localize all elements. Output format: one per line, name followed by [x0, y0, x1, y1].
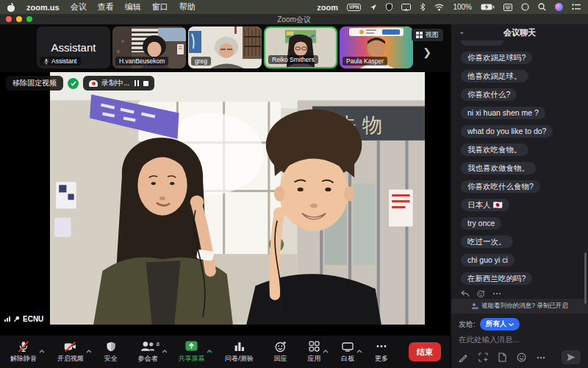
view-button-label: 视图	[426, 30, 439, 40]
apps-button[interactable]: 应用	[307, 340, 320, 364]
compose-more-icon[interactable]	[537, 356, 545, 359]
stop-recording-button[interactable]	[143, 81, 148, 86]
file-icon[interactable]	[498, 353, 506, 362]
message-more-icon[interactable]	[492, 292, 501, 295]
chat-message: 你喜欢吃什么食物?	[461, 180, 540, 193]
mic-options-chevron[interactable]	[39, 343, 45, 356]
control-center-icon[interactable]	[572, 4, 581, 10]
end-meeting-button[interactable]: 结束	[409, 342, 441, 361]
zoom-app-name[interactable]: zoom	[317, 3, 338, 12]
whiteboard-button[interactable]: 白板	[341, 340, 354, 364]
participant-strip: Assistant Assistant	[0, 24, 450, 72]
chat-message-clipped	[461, 40, 503, 46]
view-button[interactable]: 视图	[412, 29, 443, 41]
whiteboard-options-chevron[interactable]	[356, 343, 362, 356]
apple-menu-icon[interactable]	[7, 3, 15, 12]
participant-name-label: Reiko Smithers	[272, 56, 315, 63]
participant-tile-paula-kasper[interactable]: Paula Kasper	[340, 26, 413, 68]
screenshot-icon[interactable]	[478, 353, 488, 362]
chat-message: chi guo yi ci	[461, 254, 514, 266]
menu-item[interactable]: 查看	[98, 1, 114, 13]
window-title: Zoom会议	[0, 15, 588, 25]
location-icon[interactable]	[370, 4, 377, 11]
main-video-stage: 失 物	[0, 72, 450, 335]
poll-chart-icon	[234, 341, 245, 352]
menu-app-name[interactable]: zoom.us	[26, 3, 60, 12]
chat-message: 吃过一次。	[461, 236, 513, 248]
share-screen-button[interactable]: 共享屏幕	[178, 340, 204, 364]
next-participants-arrow[interactable]: ❯	[410, 47, 444, 57]
chat-message: 在新西兰吃的吗?	[461, 272, 532, 285]
video-off-icon	[64, 342, 76, 352]
pause-recording-button[interactable]	[135, 80, 139, 86]
send-plane-icon	[567, 353, 576, 361]
menu-item[interactable]: 会议	[71, 1, 87, 13]
zoom-meeting-window: zoom.us会议查看编辑窗口帮助 zoom VPN 100% Zoom会议	[0, 0, 588, 368]
macos-menubar: zoom.us会议查看编辑窗口帮助 zoom VPN 100%	[0, 0, 588, 14]
send-to-label: 发给:	[459, 319, 476, 330]
format-text-icon[interactable]	[459, 353, 468, 362]
share-options-chevron[interactable]	[207, 343, 212, 356]
screen-mirroring-icon[interactable]	[401, 4, 411, 11]
chat-message-input[interactable]	[459, 335, 581, 344]
more-button[interactable]: 更多	[375, 340, 388, 364]
meeting-toolbar: 解除静音 开启视频 安全 8 参会者	[0, 335, 450, 368]
apps-options-chevron[interactable]	[323, 343, 329, 356]
add-reaction-icon[interactable]	[477, 290, 485, 298]
chat-scrollbar[interactable]	[584, 252, 587, 304]
security-button[interactable]: 安全	[104, 340, 118, 364]
chat-panel: ⌄ 会议聊天 你喜欢踢足球吗?他喜欢踢足球。你喜欢什么?ni xi huan s…	[450, 24, 588, 368]
whiteboard-icon	[342, 342, 354, 352]
spotlight-search-icon[interactable]	[538, 3, 546, 11]
pin-icon	[13, 316, 20, 322]
participants-button[interactable]: 8 参会者	[138, 340, 158, 364]
chat-title: 会议聊天	[503, 27, 536, 38]
participant-tile-greg[interactable]: greg	[188, 26, 262, 68]
reactions-button[interactable]: 回应	[274, 340, 287, 364]
input-method-icon[interactable]	[503, 4, 512, 11]
more-dots-icon	[376, 341, 387, 352]
participant-tile-reiko-smithers[interactable]: Reiko Smithers	[264, 26, 337, 68]
vpn-status-icon[interactable]: VPN	[347, 4, 361, 11]
chat-message: 我也喜欢做食物。	[461, 162, 536, 174]
participant-tile-assistant[interactable]: Assistant Assistant	[37, 26, 110, 68]
bluetooth-icon[interactable]	[420, 3, 426, 11]
menu-item[interactable]: 窗口	[152, 1, 168, 13]
polls-button[interactable]: 问卷/测验	[225, 340, 254, 364]
apps-icon	[309, 341, 320, 352]
menu-item[interactable]: 编辑	[125, 1, 141, 13]
menubar-menus: zoom.us会议查看编辑窗口帮助	[7, 1, 196, 13]
chat-message: try once	[461, 217, 501, 230]
connection-signal-icon	[4, 316, 10, 322]
participants-icon	[140, 341, 155, 352]
encryption-shield-icon[interactable]	[68, 78, 79, 89]
audience-selector[interactable]: 所有人	[480, 318, 520, 330]
send-message-button[interactable]	[562, 350, 581, 364]
muted-mic-icon	[43, 58, 49, 65]
video-options-chevron[interactable]	[86, 343, 92, 356]
battery-percent: 100%	[453, 3, 472, 11]
chat-message: 日本人 🇯🇵	[461, 199, 509, 211]
privacy-shield-icon[interactable]	[386, 3, 392, 11]
chat-message: 我喜欢吃食物。	[461, 144, 528, 156]
emoji-icon[interactable]	[517, 353, 526, 362]
chat-header: ⌄ 会议聊天	[451, 24, 588, 40]
participants-options-chevron[interactable]	[162, 343, 168, 356]
siri-icon[interactable]	[555, 3, 563, 11]
participant-tile-hvanbeusekom[interactable]: H.vanBeusekom	[112, 26, 186, 68]
participant-name-label: Paula Kasper	[346, 57, 384, 65]
menu-item[interactable]: 帮助	[179, 1, 196, 13]
chat-message-list[interactable]: 你喜欢踢足球吗?他喜欢踢足球。你喜欢什么?ni xi huan shen me …	[451, 40, 588, 289]
remove-pin-button[interactable]: 移除固定视频	[6, 76, 63, 91]
unmute-button[interactable]: 解除静音	[10, 340, 37, 364]
chat-collapse-chevron[interactable]: ⌄	[459, 27, 465, 35]
chat-visibility-notice: 谁能看到你的消息? 录制已开启	[451, 299, 588, 314]
classroom-scene: 失 物	[50, 72, 425, 325]
chat-message: 他喜欢踢足球。	[461, 70, 528, 82]
reply-icon[interactable]	[461, 290, 470, 297]
battery-icon	[481, 4, 495, 10]
wifi-icon[interactable]	[434, 4, 444, 11]
screen-time-icon[interactable]	[521, 3, 529, 11]
start-video-button[interactable]: 开启视频	[57, 340, 84, 364]
grid-view-icon	[416, 32, 423, 38]
